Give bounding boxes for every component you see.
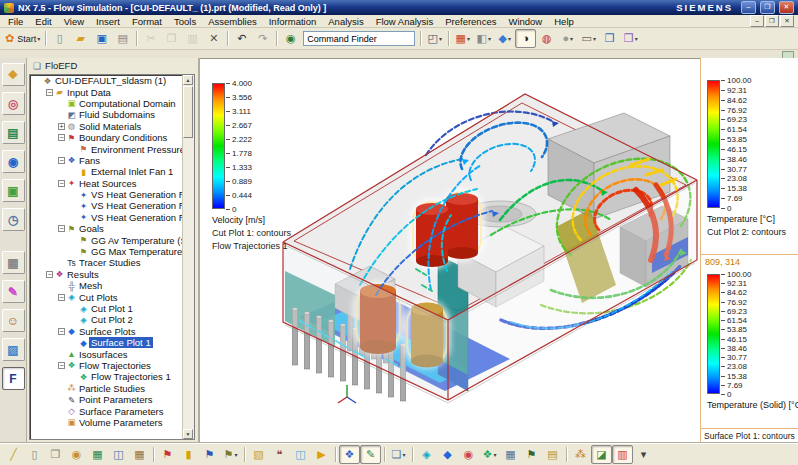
redo-button[interactable]: ↷ [252, 29, 273, 48]
tree-item-environment-pressure-1[interactable]: ⚑Environment Pressure 1 [30, 143, 194, 154]
tree-item-fans[interactable]: −❖Fans [30, 155, 194, 166]
shaded-view-button[interactable]: ◆▾ [494, 29, 515, 48]
menu-file[interactable]: File [2, 16, 29, 27]
tree-expander[interactable]: − [57, 133, 66, 142]
print-button[interactable]: ▤ [112, 29, 133, 48]
delete-button[interactable]: ✕ [203, 29, 224, 48]
tree-item-input-data[interactable]: −▰Input Data [30, 86, 194, 97]
menu-view[interactable]: View [58, 16, 90, 27]
tree-item-volume-parameters[interactable]: ▣Volume Parameters [30, 417, 194, 428]
tree-expander[interactable]: − [57, 293, 66, 302]
tree-item-surface-plot-1[interactable]: ◆Surface Plot 1 [30, 337, 194, 348]
tree-expander[interactable]: − [57, 179, 66, 188]
history-tab[interactable]: ◷ [2, 208, 25, 231]
preview-settings-button[interactable]: ◫ [108, 445, 129, 464]
tree-expander[interactable]: − [57, 156, 66, 165]
save-button[interactable]: ▣ [91, 29, 112, 48]
scroll-thumb[interactable] [183, 86, 193, 138]
wizard-button[interactable]: ╱ [3, 445, 24, 464]
tree-item-cut-plots[interactable]: −◈Cut Plots [30, 291, 194, 302]
search-parameters-button[interactable]: ◉ [66, 445, 87, 464]
tree-item-cui-default-sldasm-1[interactable]: ❖CUI-DEFAULT_sldasm (1) [30, 75, 194, 86]
palette-tab[interactable]: ✎ [2, 280, 25, 303]
section-view-button[interactable]: ◍ [536, 29, 557, 48]
minimize-button[interactable]: – [741, 1, 756, 14]
tree-item-solid-materials[interactable]: +◍Solid Materials [30, 121, 194, 132]
isosurface-button[interactable]: ◉ [458, 445, 479, 464]
tree-item-isosurfaces[interactable]: ▲Isosurfaces [30, 348, 194, 359]
view-orientation-button[interactable]: ◧▾ [473, 29, 494, 48]
command-finder-icon[interactable]: ◉ [280, 29, 301, 48]
show-part-button[interactable]: ❒ [599, 29, 620, 48]
general-settings-button[interactable]: ▦ [87, 445, 108, 464]
tree-expander[interactable]: − [45, 88, 54, 97]
menu-tools[interactable]: Tools [168, 16, 202, 27]
roles-tab[interactable]: ☺ [2, 309, 25, 332]
display-3d-button[interactable]: ◪ [591, 445, 612, 464]
tree-item-fluid-subdomains[interactable]: ◩Fluid Subdomains [30, 109, 194, 120]
engineering-database-button[interactable]: ❝ [269, 445, 290, 464]
component-control-button[interactable]: ▧ [248, 445, 269, 464]
tree-item-cut-plot-2[interactable]: ◈Cut Plot 2 [30, 314, 194, 325]
tree-item-gg-max-temperature-solid-1[interactable]: ⚑GG Max Temperature (Solid) 1 [30, 246, 194, 257]
web-browser-tab[interactable]: ◉ [2, 150, 25, 173]
selection-dialog-button[interactable]: ◰▾ [424, 29, 445, 48]
tree-item-cut-plot-1[interactable]: ◈Cut Plot 1 [30, 303, 194, 314]
tree-item-vs-heat-generation-rate-3[interactable]: ✦VS Heat Generation Rate 3 [30, 212, 194, 223]
new-file-button[interactable]: ▯ [49, 29, 70, 48]
window-layout-button-dropdown[interactable]: ▾ [467, 35, 470, 42]
insert-goal-button[interactable]: ⚑▾ [220, 445, 241, 464]
clone-project-button[interactable]: ❐ [45, 445, 66, 464]
tree-expander[interactable]: − [45, 270, 54, 279]
tree-item-flow-trajectories-1[interactable]: ❖Flow Trajectories 1 [30, 371, 194, 382]
toolbar-options-button[interactable]: ▾ [633, 445, 654, 464]
tree-item-gg-av-temperature-solid-1[interactable]: ⚑GG Av Temperature (Solid) 1 [30, 234, 194, 245]
clip-section-button[interactable]: ●▾ [557, 29, 578, 48]
cut-plot-button[interactable]: ◈ [416, 445, 437, 464]
menu-help[interactable]: Help [548, 16, 580, 27]
render-style-button[interactable]: ◑ [515, 29, 536, 48]
open-file-button[interactable]: ▰ [70, 29, 91, 48]
boundary-conditions-button[interactable]: ⚑ [157, 445, 178, 464]
flow-trajectories-button[interactable]: ❖▾ [479, 445, 500, 464]
menu-information[interactable]: Information [263, 16, 323, 27]
tree-item-goals[interactable]: −⚑Goals [30, 223, 194, 234]
tree-expander[interactable]: − [57, 224, 66, 233]
goal-plot-button[interactable]: ⚑ [521, 445, 542, 464]
clip-section-button-dropdown[interactable]: ▾ [570, 35, 573, 42]
tree-item-heat-sources[interactable]: −✦Heat Sources [30, 178, 194, 189]
tree-item-surface-parameters[interactable]: ◇Surface Parameters [30, 405, 194, 416]
units-button[interactable]: ▦ [129, 445, 150, 464]
run-button[interactable]: ▶ [311, 445, 332, 464]
tree-item-boundary-conditions[interactable]: −⚑Boundary Conditions [30, 132, 194, 143]
assembly-navigator-tab[interactable]: ❖ [2, 63, 25, 86]
save-image-button-dropdown[interactable]: ▾ [402, 451, 405, 458]
tree-item-mesh[interactable]: ╬Mesh [30, 280, 194, 291]
menu-window[interactable]: Window [502, 16, 548, 27]
save-image-button[interactable]: ❏▾ [388, 445, 409, 464]
doc-restore-button[interactable]: ❐ [765, 15, 779, 27]
color-legend-button[interactable]: ▥ [612, 445, 633, 464]
load-results-button[interactable]: ❖ [339, 445, 360, 464]
floefd-tab[interactable]: F [2, 367, 25, 390]
tree-item-particle-studies[interactable]: ⁂Particle Studies [30, 383, 194, 394]
tree-item-surface-plots[interactable]: −◆Surface Plots [30, 326, 194, 337]
menu-format[interactable]: Format [126, 16, 168, 27]
title-bar[interactable]: NX 7.5 - Flow Simulation - [CUI-DEFAULT_… [0, 0, 798, 15]
tree-item-external-inlet-fan-1[interactable]: ▮External Inlet Fan 1 [30, 166, 194, 177]
menu-preferences[interactable]: Preferences [439, 16, 502, 27]
particle-study-button[interactable]: ⁂ [570, 445, 591, 464]
scroll-up-button[interactable]: ▲ [183, 75, 193, 85]
fit-view-button[interactable]: ▭▾ [578, 29, 599, 48]
flow-trajectories-button-dropdown[interactable]: ▾ [493, 451, 496, 458]
command-finder-input[interactable] [303, 31, 415, 46]
report-button[interactable]: ▤ [542, 445, 563, 464]
close-button[interactable]: ✕ [779, 1, 794, 14]
view-orientation-button-dropdown[interactable]: ▾ [488, 35, 491, 42]
start-button-dropdown[interactable]: ▾ [37, 35, 40, 42]
tree-item-vs-heat-generation-rate-2[interactable]: ✦VS Heat Generation Rate 2 [30, 200, 194, 211]
start-button[interactable]: ✿Start▾ [3, 29, 42, 48]
menu-edit[interactable]: Edit [29, 16, 57, 27]
tree-item-point-parameters[interactable]: ✎Point Parameters [30, 394, 194, 405]
tree-item-results[interactable]: −❖Results [30, 269, 194, 280]
